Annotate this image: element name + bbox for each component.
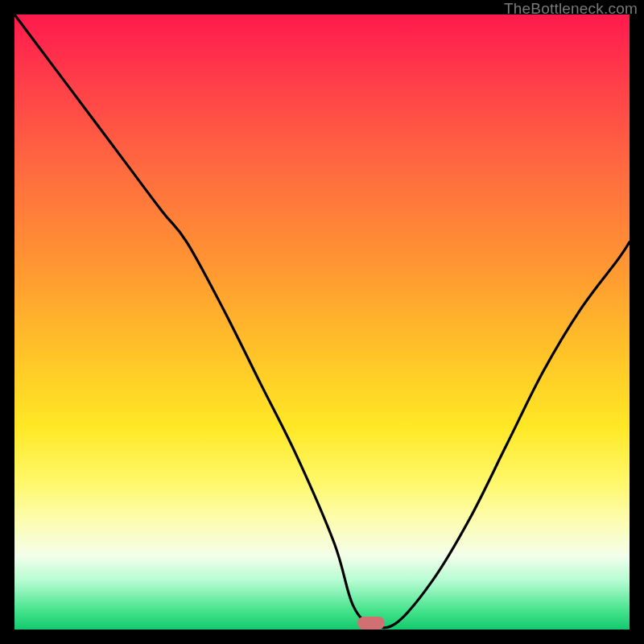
chart-frame: TheBottleneck.com [0, 0, 644, 644]
gradient-background [14, 14, 630, 630]
plot-area [14, 14, 630, 630]
attribution-text: TheBottleneck.com [504, 0, 638, 18]
